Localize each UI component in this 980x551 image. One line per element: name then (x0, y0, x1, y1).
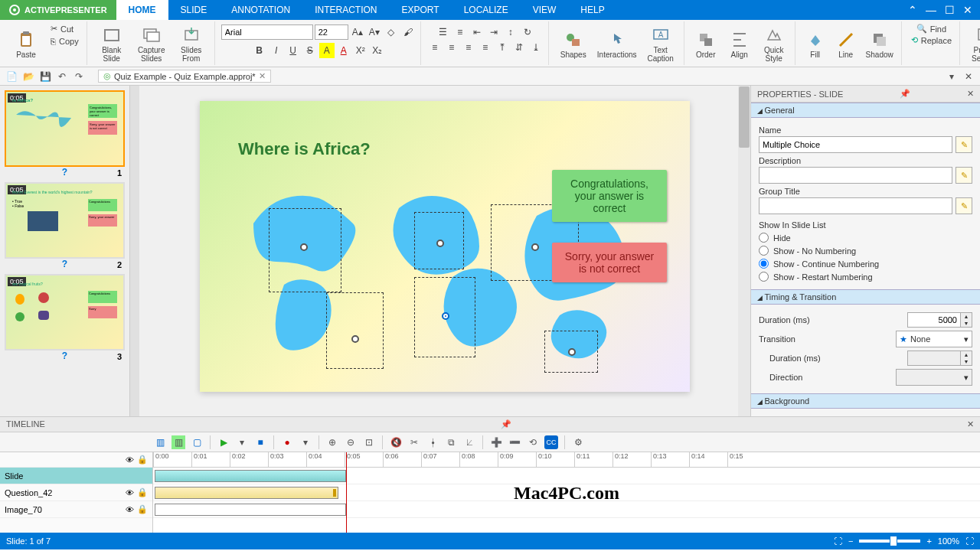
timeline-bar-slide[interactable] (155, 470, 346, 482)
eye-icon[interactable]: 👁 (126, 505, 134, 514)
font-name-select[interactable] (221, 24, 313, 40)
tab-slide[interactable]: SLIDE (168, 0, 220, 20)
zoom-out-icon[interactable]: ⊖ (344, 435, 358, 449)
crop-icon[interactable]: ⟀ (462, 435, 476, 449)
paste-button[interactable]: Paste (8, 23, 44, 66)
align-center-icon[interactable]: ≡ (444, 40, 459, 55)
eye-icon[interactable]: 👁 (126, 488, 134, 497)
split-icon[interactable]: ⍿ (426, 435, 439, 449)
find-button[interactable]: 🔍Find (913, 23, 949, 34)
tab-help[interactable]: HELP (568, 0, 616, 20)
zoom-slider[interactable] (859, 540, 920, 543)
panel-close-icon[interactable]: ✕ (967, 419, 974, 429)
close-icon[interactable]: ✕ (960, 2, 975, 18)
tab-home[interactable]: HOME (116, 0, 168, 20)
font-size-select[interactable] (315, 24, 348, 40)
timeline-bar-question[interactable] (155, 487, 338, 499)
increase-font-icon[interactable]: A▴ (350, 24, 365, 40)
radio-continue-numbering[interactable]: Show - Continue Numbering (759, 259, 972, 269)
fullscreen-icon[interactable]: ⛶ (965, 536, 974, 546)
new-doc-icon[interactable]: 📄 (5, 70, 18, 83)
edit-group-icon[interactable]: ✎ (956, 197, 972, 214)
tl-snap2-icon[interactable]: ▥ (172, 435, 185, 449)
order-button[interactable]: Order (691, 23, 721, 66)
decrease-font-icon[interactable]: A▾ (367, 24, 382, 40)
answer-region-eu[interactable] (414, 212, 464, 269)
timeline-ruler-area[interactable]: 0:00 0:01 0:02 0:03 0:04 0:05 0:06 0:07 … (153, 452, 980, 533)
fit-icon[interactable]: ⛶ (834, 536, 842, 546)
line-spacing-icon[interactable]: ↕ (503, 24, 518, 40)
answer-region-af[interactable] (414, 277, 475, 357)
direction-select[interactable]: ▾ (896, 369, 972, 386)
edit-desc-icon[interactable]: ✎ (956, 167, 972, 184)
align-justify-icon[interactable]: ≡ (478, 40, 493, 55)
timeline-bar-image[interactable] (155, 504, 346, 516)
clear-format-icon[interactable]: ◇ (384, 24, 399, 40)
thumbnail-1[interactable]: 0:05 is Africa? Congratulations, your an… (5, 90, 125, 167)
tab-export[interactable]: EXPORT (390, 0, 452, 20)
zoom-in-icon[interactable]: + (926, 536, 931, 546)
font-color-button[interactable]: A (336, 43, 351, 58)
t-duration-input[interactable] (907, 350, 961, 366)
answer-region-sa[interactable] (326, 292, 384, 369)
radio-no-numbering[interactable]: Show - No Numbering (759, 246, 972, 256)
align-right-icon[interactable]: ≡ (461, 40, 476, 55)
answer-region-au[interactable] (544, 331, 598, 373)
capture-slides-button[interactable]: Capture Slides (133, 23, 170, 66)
tab-interaction[interactable]: INTERACTION (302, 0, 389, 20)
spin-down-icon[interactable]: ▼ (961, 320, 972, 327)
del-track-icon[interactable]: ➖ (508, 435, 521, 449)
record-dd-icon[interactable]: ▾ (299, 435, 312, 449)
close-doc-icon[interactable]: ✕ (259, 71, 266, 81)
bullet-list-icon[interactable]: ☰ (436, 24, 451, 40)
pin-icon[interactable]: 📌 (501, 419, 511, 429)
text-direction-icon[interactable]: ↻ (520, 24, 535, 40)
undo-icon[interactable]: ↶ (55, 70, 69, 83)
text-caption-button[interactable]: AText Caption (642, 23, 679, 66)
play-icon[interactable]: ▶ (217, 435, 230, 449)
spin-up-icon[interactable]: ▲ (961, 313, 972, 320)
tab-annotation[interactable]: ANNOTATION (219, 0, 302, 20)
interactions-button[interactable]: Interactions (595, 23, 639, 66)
copy-button[interactable]: ⎘Copy (47, 36, 82, 47)
radio-hide[interactable]: Hide (759, 233, 972, 243)
adjust-icon[interactable]: ⟲ (526, 435, 540, 449)
tl-settings-icon[interactable]: ⚙ (571, 435, 585, 449)
section-general[interactable]: General (751, 103, 980, 118)
duration-input[interactable] (907, 312, 961, 328)
tab-view[interactable]: VIEW (521, 0, 569, 20)
tab-localize[interactable]: LOCALIZE (452, 0, 521, 20)
vertical-scrollbar[interactable] (738, 86, 750, 416)
splitter[interactable] (130, 86, 139, 416)
eye-all-icon[interactable]: 👁 (126, 455, 134, 465)
collapse-ribbon-icon[interactable]: ⌃ (905, 2, 920, 18)
answer-region-na[interactable] (269, 208, 341, 292)
maximize-icon[interactable]: ☐ (942, 2, 957, 18)
transition-select[interactable]: ★None▾ (896, 331, 972, 347)
redo-icon[interactable]: ↷ (72, 70, 86, 83)
subscript-button[interactable]: X₂ (370, 43, 385, 58)
project-settings-button[interactable]: Project Settings (966, 23, 980, 66)
shapes-button[interactable]: Shapes (555, 23, 592, 66)
spin-up-icon[interactable]: ▲ (961, 351, 972, 358)
description-input[interactable] (759, 167, 952, 184)
tl-snap3-icon[interactable]: ▢ (190, 435, 204, 449)
minimize-icon[interactable]: — (923, 2, 939, 18)
zoom-in-icon[interactable]: ⊕ (325, 435, 339, 449)
add-track-icon[interactable]: ➕ (489, 435, 503, 449)
highlight-button[interactable]: A (319, 43, 335, 58)
shadow-button[interactable]: Shadow (863, 23, 897, 66)
join-icon[interactable]: ⧉ (444, 435, 458, 449)
track-slide[interactable]: Slide (0, 468, 152, 484)
slides-from-button[interactable]: Slides From (173, 23, 210, 66)
panel-close-icon[interactable]: ✕ (962, 70, 975, 83)
cut-button[interactable]: ✂Cut (47, 23, 82, 34)
valign-top-icon[interactable]: ⤒ (495, 40, 510, 55)
section-background[interactable]: Background (751, 393, 980, 409)
panel-close-icon[interactable]: ✕ (967, 89, 974, 99)
radio-restart-numbering[interactable]: Show - Restart Numbering (759, 272, 972, 282)
superscript-button[interactable]: X² (353, 43, 368, 58)
blank-slide-button[interactable]: Blank Slide (93, 23, 130, 66)
quick-style-button[interactable]: Quick Style (758, 23, 790, 66)
lock-icon[interactable]: 🔒 (137, 487, 148, 497)
